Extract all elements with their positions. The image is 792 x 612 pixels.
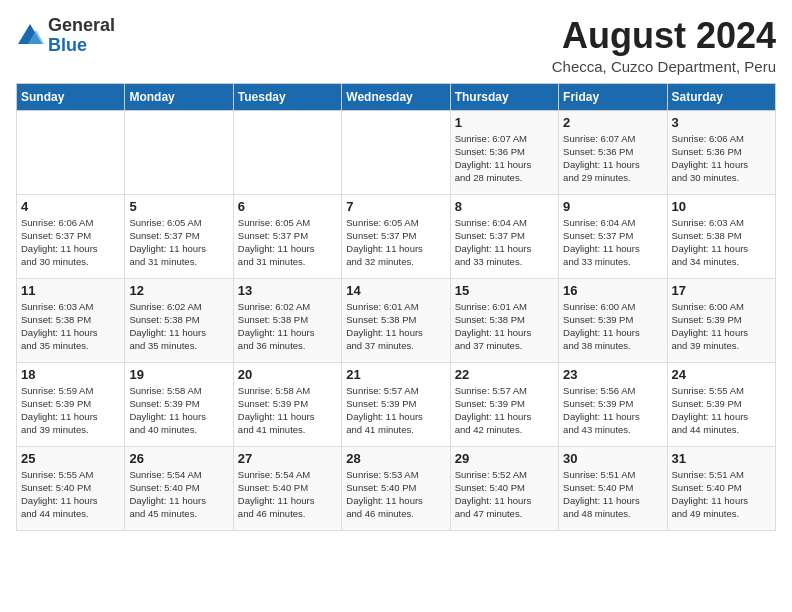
- day-number: 19: [129, 367, 228, 382]
- logo-blue: Blue: [48, 36, 115, 56]
- day-number: 1: [455, 115, 554, 130]
- logo: General Blue: [16, 16, 115, 56]
- calendar-week-row: 4Sunrise: 6:06 AM Sunset: 5:37 PM Daylig…: [17, 194, 776, 278]
- calendar-day-cell: 20Sunrise: 5:58 AM Sunset: 5:39 PM Dayli…: [233, 362, 341, 446]
- day-number: 27: [238, 451, 337, 466]
- calendar-day-cell: 22Sunrise: 5:57 AM Sunset: 5:39 PM Dayli…: [450, 362, 558, 446]
- calendar-day-cell: 15Sunrise: 6:01 AM Sunset: 5:38 PM Dayli…: [450, 278, 558, 362]
- day-number: 16: [563, 283, 662, 298]
- day-info: Sunrise: 6:03 AM Sunset: 5:38 PM Dayligh…: [21, 300, 120, 353]
- calendar-day-cell: [125, 110, 233, 194]
- day-info: Sunrise: 5:54 AM Sunset: 5:40 PM Dayligh…: [129, 468, 228, 521]
- calendar-week-row: 18Sunrise: 5:59 AM Sunset: 5:39 PM Dayli…: [17, 362, 776, 446]
- day-of-week-header: Monday: [125, 83, 233, 110]
- calendar-day-cell: 23Sunrise: 5:56 AM Sunset: 5:39 PM Dayli…: [559, 362, 667, 446]
- day-info: Sunrise: 6:06 AM Sunset: 5:37 PM Dayligh…: [21, 216, 120, 269]
- day-number: 17: [672, 283, 771, 298]
- calendar-day-cell: 29Sunrise: 5:52 AM Sunset: 5:40 PM Dayli…: [450, 446, 558, 530]
- day-info: Sunrise: 5:57 AM Sunset: 5:39 PM Dayligh…: [455, 384, 554, 437]
- calendar-day-cell: 28Sunrise: 5:53 AM Sunset: 5:40 PM Dayli…: [342, 446, 450, 530]
- calendar-day-cell: 12Sunrise: 6:02 AM Sunset: 5:38 PM Dayli…: [125, 278, 233, 362]
- day-info: Sunrise: 6:00 AM Sunset: 5:39 PM Dayligh…: [563, 300, 662, 353]
- day-info: Sunrise: 6:03 AM Sunset: 5:38 PM Dayligh…: [672, 216, 771, 269]
- calendar-day-cell: 3Sunrise: 6:06 AM Sunset: 5:36 PM Daylig…: [667, 110, 775, 194]
- calendar-body: 1Sunrise: 6:07 AM Sunset: 5:36 PM Daylig…: [17, 110, 776, 530]
- calendar-day-cell: 9Sunrise: 6:04 AM Sunset: 5:37 PM Daylig…: [559, 194, 667, 278]
- calendar-day-cell: 17Sunrise: 6:00 AM Sunset: 5:39 PM Dayli…: [667, 278, 775, 362]
- day-info: Sunrise: 5:59 AM Sunset: 5:39 PM Dayligh…: [21, 384, 120, 437]
- day-number: 29: [455, 451, 554, 466]
- calendar-day-cell: 4Sunrise: 6:06 AM Sunset: 5:37 PM Daylig…: [17, 194, 125, 278]
- calendar-week-row: 1Sunrise: 6:07 AM Sunset: 5:36 PM Daylig…: [17, 110, 776, 194]
- day-info: Sunrise: 6:05 AM Sunset: 5:37 PM Dayligh…: [346, 216, 445, 269]
- calendar-header: SundayMondayTuesdayWednesdayThursdayFrid…: [17, 83, 776, 110]
- day-number: 2: [563, 115, 662, 130]
- day-info: Sunrise: 6:00 AM Sunset: 5:39 PM Dayligh…: [672, 300, 771, 353]
- day-of-week-header: Wednesday: [342, 83, 450, 110]
- calendar-week-row: 11Sunrise: 6:03 AM Sunset: 5:38 PM Dayli…: [17, 278, 776, 362]
- day-info: Sunrise: 5:51 AM Sunset: 5:40 PM Dayligh…: [672, 468, 771, 521]
- day-number: 12: [129, 283, 228, 298]
- day-of-week-header: Thursday: [450, 83, 558, 110]
- day-number: 11: [21, 283, 120, 298]
- calendar-day-cell: 13Sunrise: 6:02 AM Sunset: 5:38 PM Dayli…: [233, 278, 341, 362]
- calendar-day-cell: 21Sunrise: 5:57 AM Sunset: 5:39 PM Dayli…: [342, 362, 450, 446]
- calendar-week-row: 25Sunrise: 5:55 AM Sunset: 5:40 PM Dayli…: [17, 446, 776, 530]
- day-info: Sunrise: 6:06 AM Sunset: 5:36 PM Dayligh…: [672, 132, 771, 185]
- title-block: August 2024 Checca, Cuzco Department, Pe…: [552, 16, 776, 75]
- day-of-week-header: Saturday: [667, 83, 775, 110]
- calendar-day-cell: 18Sunrise: 5:59 AM Sunset: 5:39 PM Dayli…: [17, 362, 125, 446]
- day-info: Sunrise: 5:51 AM Sunset: 5:40 PM Dayligh…: [563, 468, 662, 521]
- day-number: 5: [129, 199, 228, 214]
- calendar-day-cell: 16Sunrise: 6:00 AM Sunset: 5:39 PM Dayli…: [559, 278, 667, 362]
- day-of-week-header: Friday: [559, 83, 667, 110]
- calendar-day-cell: 11Sunrise: 6:03 AM Sunset: 5:38 PM Dayli…: [17, 278, 125, 362]
- day-info: Sunrise: 5:57 AM Sunset: 5:39 PM Dayligh…: [346, 384, 445, 437]
- day-info: Sunrise: 6:04 AM Sunset: 5:37 PM Dayligh…: [563, 216, 662, 269]
- day-info: Sunrise: 5:55 AM Sunset: 5:39 PM Dayligh…: [672, 384, 771, 437]
- calendar-day-cell: [17, 110, 125, 194]
- day-number: 7: [346, 199, 445, 214]
- day-of-week-header: Tuesday: [233, 83, 341, 110]
- logo-icon: [16, 22, 44, 50]
- day-number: 9: [563, 199, 662, 214]
- day-info: Sunrise: 5:55 AM Sunset: 5:40 PM Dayligh…: [21, 468, 120, 521]
- day-number: 22: [455, 367, 554, 382]
- day-info: Sunrise: 6:04 AM Sunset: 5:37 PM Dayligh…: [455, 216, 554, 269]
- calendar-day-cell: 14Sunrise: 6:01 AM Sunset: 5:38 PM Dayli…: [342, 278, 450, 362]
- day-info: Sunrise: 6:02 AM Sunset: 5:38 PM Dayligh…: [129, 300, 228, 353]
- calendar-day-cell: [233, 110, 341, 194]
- month-year-title: August 2024: [552, 16, 776, 56]
- day-info: Sunrise: 6:02 AM Sunset: 5:38 PM Dayligh…: [238, 300, 337, 353]
- calendar-day-cell: 7Sunrise: 6:05 AM Sunset: 5:37 PM Daylig…: [342, 194, 450, 278]
- day-info: Sunrise: 5:52 AM Sunset: 5:40 PM Dayligh…: [455, 468, 554, 521]
- day-number: 15: [455, 283, 554, 298]
- location-subtitle: Checca, Cuzco Department, Peru: [552, 58, 776, 75]
- day-number: 6: [238, 199, 337, 214]
- day-number: 4: [21, 199, 120, 214]
- day-number: 26: [129, 451, 228, 466]
- calendar-day-cell: 25Sunrise: 5:55 AM Sunset: 5:40 PM Dayli…: [17, 446, 125, 530]
- calendar-day-cell: 19Sunrise: 5:58 AM Sunset: 5:39 PM Dayli…: [125, 362, 233, 446]
- day-info: Sunrise: 6:07 AM Sunset: 5:36 PM Dayligh…: [563, 132, 662, 185]
- day-info: Sunrise: 6:01 AM Sunset: 5:38 PM Dayligh…: [455, 300, 554, 353]
- calendar-day-cell: 31Sunrise: 5:51 AM Sunset: 5:40 PM Dayli…: [667, 446, 775, 530]
- day-number: 31: [672, 451, 771, 466]
- logo-text: General Blue: [48, 16, 115, 56]
- calendar-day-cell: 26Sunrise: 5:54 AM Sunset: 5:40 PM Dayli…: [125, 446, 233, 530]
- calendar-day-cell: 27Sunrise: 5:54 AM Sunset: 5:40 PM Dayli…: [233, 446, 341, 530]
- day-info: Sunrise: 5:56 AM Sunset: 5:39 PM Dayligh…: [563, 384, 662, 437]
- day-info: Sunrise: 6:05 AM Sunset: 5:37 PM Dayligh…: [129, 216, 228, 269]
- day-number: 30: [563, 451, 662, 466]
- day-number: 21: [346, 367, 445, 382]
- day-number: 23: [563, 367, 662, 382]
- calendar-day-cell: 24Sunrise: 5:55 AM Sunset: 5:39 PM Dayli…: [667, 362, 775, 446]
- calendar-table: SundayMondayTuesdayWednesdayThursdayFrid…: [16, 83, 776, 531]
- day-of-week-header: Sunday: [17, 83, 125, 110]
- calendar-day-cell: 1Sunrise: 6:07 AM Sunset: 5:36 PM Daylig…: [450, 110, 558, 194]
- logo-general: General: [48, 16, 115, 36]
- day-info: Sunrise: 6:01 AM Sunset: 5:38 PM Dayligh…: [346, 300, 445, 353]
- calendar-day-cell: 6Sunrise: 6:05 AM Sunset: 5:37 PM Daylig…: [233, 194, 341, 278]
- day-number: 13: [238, 283, 337, 298]
- day-number: 8: [455, 199, 554, 214]
